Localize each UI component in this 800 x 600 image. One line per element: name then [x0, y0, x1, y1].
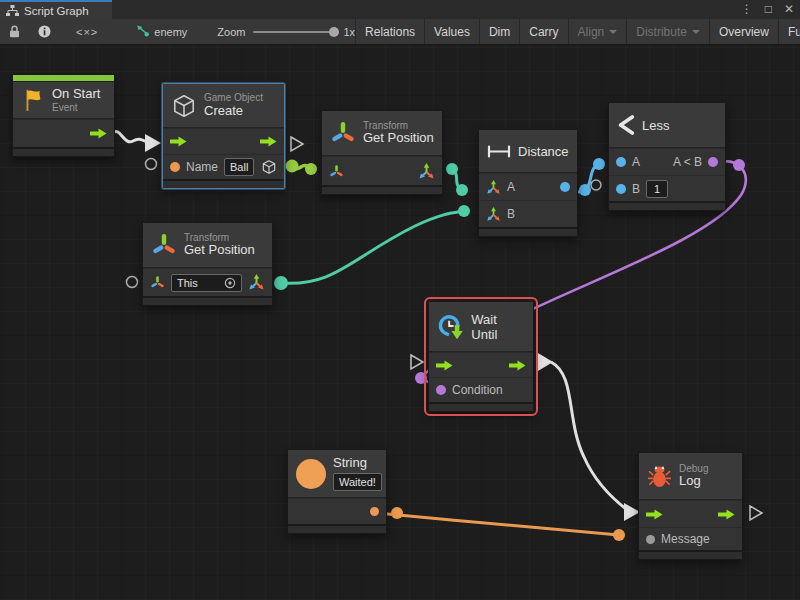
vector3-output-port[interactable]: [248, 274, 265, 291]
bug-icon: [647, 464, 672, 489]
object-picker-icon[interactable]: [224, 277, 236, 289]
port-row: B: [479, 200, 577, 227]
node-title: Log: [679, 474, 708, 489]
string-value-input[interactable]: Waited!: [333, 473, 382, 491]
fullscreen-button[interactable]: Full Screen: [779, 19, 800, 44]
node-subtitle: Event: [52, 102, 100, 114]
relations-button[interactable]: Relations: [356, 19, 424, 44]
node-title: String: [333, 456, 382, 471]
node-header: Distance: [479, 130, 577, 173]
node-header: String Waited!: [288, 450, 386, 498]
transform-input-port[interactable]: [329, 164, 344, 179]
distribute-button[interactable]: Distribute: [627, 19, 709, 44]
align-button[interactable]: Align: [569, 19, 627, 44]
control-output-port[interactable]: [718, 509, 735, 520]
chevron-down-icon: [692, 30, 700, 34]
lock-icon: [9, 25, 20, 38]
lock-button[interactable]: [0, 19, 29, 44]
node-title: Get Position: [184, 243, 255, 258]
port-label: A < B: [673, 155, 702, 169]
tab-script-graph[interactable]: Script Graph: [0, 0, 112, 19]
node-get-position-a[interactable]: Transform Get Position: [321, 110, 443, 195]
vector3-input-port[interactable]: [486, 180, 501, 195]
values-button[interactable]: Values: [425, 19, 479, 44]
vector3-output-port[interactable]: [418, 163, 435, 180]
distance-icon: [487, 145, 511, 158]
graph-breadcrumb[interactable]: enemy: [136, 19, 187, 44]
node-header: Wait Until: [429, 302, 533, 352]
control-output-port[interactable]: [260, 136, 277, 147]
port-row: This: [143, 268, 272, 296]
info-button[interactable]: [29, 19, 60, 44]
node-header: Transform Get Position: [143, 223, 272, 268]
port-row: B 1: [609, 175, 725, 201]
zoom-slider[interactable]: [253, 31, 335, 33]
menu-icon[interactable]: ⋮: [741, 0, 753, 19]
script-graph-window: On Start Event Game Object Create Name: [0, 0, 800, 600]
tab-title: Script Graph: [24, 5, 89, 17]
node-create[interactable]: Game Object Create Name Ball: [162, 83, 285, 189]
node-footer: [288, 524, 386, 533]
node-title: Get Position: [363, 131, 434, 146]
string-literal-icon: [296, 459, 326, 489]
node-footer: [639, 550, 742, 559]
window-controls: ⋮ □ ✕: [741, 0, 794, 19]
name-input[interactable]: Ball: [224, 158, 254, 176]
transform-icon: [151, 232, 177, 258]
vector3-input-port[interactable]: [486, 207, 501, 222]
overview-button[interactable]: Overview: [710, 19, 778, 44]
condition-input-port[interactable]: [436, 385, 446, 395]
node-header: Less: [609, 103, 725, 148]
message-input-port[interactable]: [646, 535, 655, 544]
node-string[interactable]: String Waited!: [287, 449, 387, 534]
port-label: A: [632, 155, 640, 169]
node-title: Distance: [518, 144, 569, 159]
graph-name: enemy: [154, 26, 187, 38]
maximize-icon[interactable]: □: [765, 0, 772, 19]
port-row: [429, 352, 533, 377]
gameobject-output-port[interactable]: [261, 159, 277, 175]
control-input-port[interactable]: [170, 136, 187, 147]
port-label: B: [507, 207, 515, 221]
target-value: This: [177, 276, 198, 290]
carry-button[interactable]: Carry: [520, 19, 567, 44]
zoom-value: 1x: [343, 26, 355, 38]
node-footer: [143, 296, 272, 305]
event-node-accent-bar: [13, 75, 114, 82]
control-output-port[interactable]: [90, 128, 107, 139]
b-value-input[interactable]: 1: [646, 180, 668, 198]
node-debug-log[interactable]: Debug Log Message: [638, 452, 743, 560]
node-distance[interactable]: Distance A B: [478, 129, 578, 237]
node-footer: [429, 402, 533, 411]
less-input-b-port[interactable]: [616, 184, 626, 194]
port-row: [163, 128, 284, 154]
node-wait-until[interactable]: Wait Until Condition: [428, 301, 534, 412]
code-preview-button[interactable]: <×>: [60, 19, 114, 44]
control-output-port[interactable]: [509, 360, 526, 371]
string-output-port[interactable]: [370, 507, 379, 516]
transform-input-port[interactable]: [150, 275, 165, 290]
node-footer: [13, 147, 114, 156]
zoom-slider-handle[interactable]: [329, 27, 339, 37]
node-on-start[interactable]: On Start Event: [12, 74, 115, 157]
less-input-a-port[interactable]: [616, 157, 626, 167]
port-row: Condition: [429, 377, 533, 402]
node-less[interactable]: Less A A < B B 1: [608, 102, 726, 211]
name-input-port[interactable]: [170, 162, 180, 172]
control-input-port[interactable]: [436, 360, 453, 371]
dim-button[interactable]: Dim: [480, 19, 519, 44]
less-output-port[interactable]: [708, 157, 718, 167]
cube-icon: [171, 93, 197, 119]
target-input[interactable]: This: [171, 274, 242, 292]
port-label: Condition: [452, 383, 503, 397]
transform-icon: [330, 120, 356, 146]
port-row: [13, 119, 114, 147]
flag-icon: [21, 88, 45, 112]
node-footer: [479, 227, 577, 236]
node-get-position-b[interactable]: Transform Get Position This: [142, 222, 273, 306]
window-titlebar: Script Graph ⋮ □ ✕: [0, 0, 800, 19]
control-input-port[interactable]: [646, 509, 663, 520]
close-icon[interactable]: ✕: [784, 0, 794, 19]
graph-pointer-icon: [136, 25, 149, 38]
distance-output-port[interactable]: [560, 182, 570, 192]
